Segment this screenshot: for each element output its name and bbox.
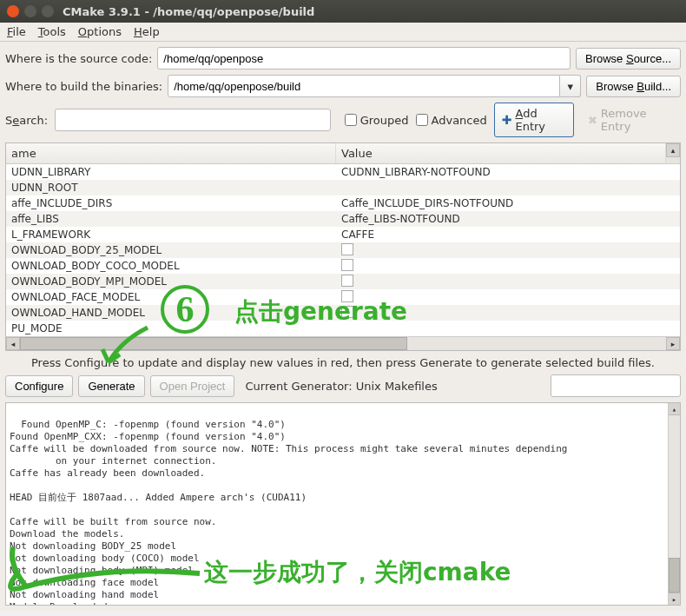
search-label: Search: (5, 114, 48, 127)
table-row[interactable]: OWNLOAD_FACE_MODEL (6, 289, 680, 305)
scroll-up-icon[interactable]: ▴ (669, 403, 680, 415)
checkbox-icon[interactable] (341, 275, 353, 287)
horizontal-scrollbar[interactable]: ◂ ▸ (6, 336, 680, 350)
advanced-checkbox[interactable]: Advanced (416, 114, 487, 127)
minimize-icon[interactable] (24, 5, 36, 17)
add-entry-button[interactable]: ✚ Add Entry (494, 103, 574, 137)
table-row[interactable]: OWNLOAD_HAND_MODEL (6, 305, 680, 321)
cache-var-value[interactable]: Caffe_LIBS-NOTFOUND (336, 212, 680, 226)
table-row[interactable]: OWNLOAD_BODY_MPI_MODEL (6, 274, 680, 289)
cache-var-name: L_FRAMEWORK (6, 228, 336, 242)
cache-var-name: OWNLOAD_HAND_MODEL (6, 306, 336, 320)
cache-var-name: affe_INCLUDE_DIRS (6, 196, 336, 210)
cache-var-name: OWNLOAD_BODY_MPI_MODEL (6, 275, 336, 288)
cache-var-name: OWNLOAD_BODY_25_MODEL (6, 243, 336, 257)
generator-search-input[interactable] (551, 374, 681, 397)
cache-var-name: UDNN_LIBRARY (6, 165, 336, 179)
maximize-icon[interactable] (42, 5, 54, 17)
window-title: CMake 3.9.1 - /home/qq/openpose/build (63, 5, 314, 18)
scroll-up-icon[interactable]: ▴ (666, 143, 680, 157)
cache-var-value[interactable]: Caffe_INCLUDE_DIRS-NOTFOUND (336, 196, 680, 210)
cache-var-value[interactable]: CUDNN_LIBRARY-NOTFOUND (336, 165, 680, 179)
checkbox-icon[interactable] (341, 290, 353, 302)
cache-var-name: affe_LIBS (6, 212, 336, 226)
cache-var-value[interactable] (336, 305, 680, 321)
cache-var-value[interactable]: CAFFE (336, 228, 680, 242)
checkbox-icon[interactable] (341, 259, 353, 271)
table-row[interactable]: OWNLOAD_BODY_COCO_MODEL (6, 258, 680, 274)
cache-var-value[interactable] (336, 187, 680, 189)
table-row[interactable]: UDNN_LIBRARYCUDNN_LIBRARY-NOTFOUND (6, 164, 680, 180)
scroll-right-icon[interactable]: ▸ (666, 337, 680, 350)
cache-var-name: OWNLOAD_FACE_MODEL (6, 290, 336, 304)
cache-var-name: PU_MODE (6, 321, 336, 335)
console-scrollbar[interactable]: ▴ ▸ (668, 403, 680, 605)
build-label: Where to build the binaries: (5, 80, 162, 93)
cache-var-value[interactable] (336, 274, 680, 290)
checkbox-icon[interactable] (341, 243, 353, 255)
checkbox-icon[interactable] (341, 306, 353, 318)
window-titlebar: CMake 3.9.1 - /home/qq/openpose/build (0, 0, 686, 23)
scroll-down-icon[interactable]: ▸ (669, 593, 680, 605)
plus-icon: ✚ (502, 113, 512, 127)
search-input[interactable] (55, 109, 331, 131)
configure-button[interactable]: Configure (5, 375, 73, 397)
table-row[interactable]: PU_MODE (6, 321, 680, 336)
remove-entry-button: ✖ Remove Entry (581, 103, 681, 136)
table-header-value[interactable]: Value (336, 143, 666, 163)
scroll-left-icon[interactable]: ◂ (6, 337, 20, 350)
output-console: Found OpenMP_C: -fopenmp (found version … (5, 402, 681, 606)
chevron-down-icon: ▾ (568, 80, 574, 93)
build-path-input[interactable] (168, 75, 560, 97)
current-generator-label: Current Generator: Unix Makefiles (245, 380, 437, 393)
table-row[interactable]: L_FRAMEWORKCAFFE (6, 227, 680, 242)
cache-table: ▴ ame Value UDNN_LIBRARYCUDNN_LIBRARY-NO… (5, 142, 681, 351)
menubar: File Tools Options Help (0, 23, 686, 42)
grouped-checkbox[interactable]: Grouped (345, 114, 409, 127)
open-project-button: Open Project (150, 375, 235, 397)
cache-var-value[interactable] (336, 242, 680, 259)
source-label: Where is the source code: (5, 52, 152, 65)
table-row[interactable]: OWNLOAD_BODY_25_MODEL (6, 242, 680, 258)
scrollbar-thumb[interactable] (20, 337, 407, 350)
table-row[interactable]: affe_INCLUDE_DIRSCaffe_INCLUDE_DIRS-NOTF… (6, 195, 680, 211)
x-icon: ✖ (588, 114, 597, 127)
cache-var-name: OWNLOAD_BODY_COCO_MODEL (6, 259, 336, 273)
generate-button[interactable]: Generate (78, 375, 144, 397)
cache-var-name: UDNN_ROOT (6, 181, 336, 195)
cache-var-value[interactable] (336, 328, 680, 329)
menu-options[interactable]: Options (78, 25, 122, 38)
source-path-input[interactable] (157, 47, 571, 70)
scrollbar-thumb[interactable] (669, 558, 680, 593)
browse-build-button[interactable]: Browse Build... (586, 76, 681, 97)
table-row[interactable]: UDNN_ROOT (6, 180, 680, 195)
menu-tools[interactable]: Tools (38, 25, 66, 38)
menu-file[interactable]: File (7, 25, 26, 38)
table-header-name[interactable]: ame (6, 143, 336, 163)
cache-var-value[interactable] (336, 289, 680, 306)
build-path-dropdown[interactable]: ▾ (560, 75, 581, 97)
console-text: Found OpenMP_C: -fopenmp (found version … (10, 419, 567, 606)
menu-help[interactable]: Help (134, 25, 160, 38)
table-row[interactable]: affe_LIBSCaffe_LIBS-NOTFOUND (6, 211, 680, 227)
hint-text: Press Configure to update and display ne… (5, 351, 681, 374)
close-icon[interactable] (7, 5, 19, 17)
cache-var-value[interactable] (336, 258, 680, 275)
browse-source-button[interactable]: Browse Source... (576, 48, 681, 70)
